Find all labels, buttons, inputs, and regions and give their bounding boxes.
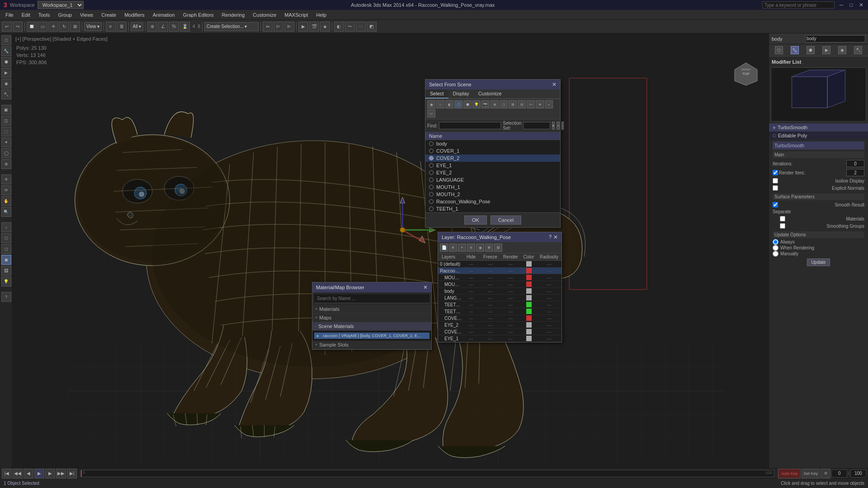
lt-obj-paint[interactable]: ⬦ bbox=[1, 222, 11, 232]
ac-key-filter[interactable]: ⚙ bbox=[821, 469, 830, 479]
menu-views[interactable]: Views bbox=[76, 11, 97, 19]
lt-zoom[interactable]: 🔍 bbox=[1, 207, 11, 217]
lm-tb-new[interactable]: 📄 bbox=[440, 244, 448, 252]
mb-maps-section[interactable]: + Maps bbox=[312, 314, 431, 322]
menu-rendering[interactable]: Rendering bbox=[218, 11, 249, 19]
ts-update-section[interactable]: Update Options bbox=[773, 231, 864, 238]
tc-end[interactable]: ▶| bbox=[67, 469, 77, 479]
ts-main-section[interactable]: Main bbox=[773, 151, 864, 158]
lm-row-teeth1[interactable]: TEETH_1 — — — — bbox=[438, 308, 561, 315]
lt-create[interactable]: ⬡ bbox=[1, 35, 11, 45]
tb-undo[interactable]: ↩ bbox=[2, 22, 12, 32]
tb-spinner[interactable]: ⌛ bbox=[180, 22, 190, 32]
sfs-selset-btn[interactable]: ▾ bbox=[552, 122, 555, 130]
ts-when-rendering-radio[interactable] bbox=[773, 245, 778, 251]
tb-ref-coord[interactable]: View ▾ bbox=[84, 22, 102, 31]
sfs-item-cover1[interactable]: COVER_1 bbox=[425, 147, 560, 155]
rp-motion-btn[interactable]: ▶ bbox=[822, 46, 830, 54]
lm-row-teeth2[interactable]: TEETH_2 — — — — bbox=[438, 301, 561, 308]
sfs-ok-btn[interactable]: OK bbox=[464, 216, 487, 225]
sfs-item-teeth1[interactable]: TEETH_1 bbox=[425, 205, 560, 212]
tb-align[interactable]: ⊨ bbox=[274, 22, 283, 32]
menu-modifiers[interactable]: Modifiers bbox=[121, 11, 148, 19]
sfs-tb-bone[interactable]: ⊞ bbox=[509, 100, 517, 108]
menu-maxscript[interactable]: MAXScript bbox=[281, 11, 311, 19]
tb-curve[interactable]: 〜 bbox=[345, 22, 355, 32]
sfs-item-eye2[interactable]: EYE_2 bbox=[425, 169, 560, 176]
lt-hierarchy[interactable]: ⬣ bbox=[1, 57, 11, 67]
lt-textured[interactable]: 🖼 bbox=[1, 266, 11, 276]
ts-manually-radio[interactable] bbox=[773, 251, 778, 257]
lm-row-eye2[interactable]: EYE_2 — — — — bbox=[438, 322, 561, 328]
rp-modify-btn[interactable]: 🔧 bbox=[791, 46, 799, 54]
sfs-selset-input[interactable] bbox=[523, 122, 550, 129]
sfs-item-mouth2[interactable]: MOUTH_2 bbox=[425, 191, 560, 198]
modifier-editpoly[interactable]: ⬡ Editable Poly bbox=[769, 131, 868, 140]
lt-sel3[interactable]: ⬚ bbox=[1, 127, 11, 136]
frame-input[interactable] bbox=[831, 469, 847, 478]
sfs-tb-geo[interactable]: ⬡ bbox=[454, 100, 462, 108]
sfs-find-input[interactable] bbox=[439, 122, 501, 129]
tc-prev-key[interactable]: ◀◀ bbox=[13, 469, 23, 479]
menu-graph-editors[interactable]: Graph Editors bbox=[179, 11, 217, 19]
lt-motion[interactable]: ▶ bbox=[1, 68, 11, 78]
viewport-cube[interactable]: TOP FRONT bbox=[732, 61, 760, 88]
menu-customize[interactable]: Customize bbox=[249, 11, 280, 19]
ts-render-iters-input[interactable] bbox=[846, 169, 864, 176]
sfs-tb-point[interactable]: • bbox=[545, 100, 553, 108]
lt-sel6[interactable]: ⊕ bbox=[1, 159, 11, 169]
tb-render[interactable]: 🎬 bbox=[309, 22, 319, 32]
time-slider[interactable]: 0 100 bbox=[80, 470, 774, 477]
rp-name-input[interactable] bbox=[805, 35, 865, 42]
ac-set-key[interactable]: Set Key bbox=[802, 469, 820, 479]
tb-rotate[interactable]: ↻ bbox=[59, 22, 69, 32]
lm-row-eye1[interactable]: EYE_1 — — — — bbox=[438, 335, 561, 342]
menu-help[interactable]: Help bbox=[312, 11, 330, 19]
sfs-tab-customize[interactable]: Customize bbox=[474, 89, 506, 99]
lt-sel2[interactable]: ◫ bbox=[1, 116, 11, 126]
sfs-tb-nurbs[interactable]: 〜 bbox=[527, 100, 535, 108]
total-frames-input[interactable] bbox=[850, 469, 866, 478]
sfs-tb-none[interactable]: ○ bbox=[436, 100, 444, 108]
sfs-list[interactable]: body COVER_1 COVER_2 EYE_1 EYE_2 LANGUAG… bbox=[425, 140, 560, 212]
tc-play[interactable]: ▶ bbox=[34, 469, 44, 479]
ts-surface-section[interactable]: Surface Parameters bbox=[773, 193, 864, 200]
menu-tools[interactable]: Tools bbox=[35, 11, 54, 19]
tb-material[interactable]: ◐ bbox=[334, 22, 344, 32]
sfs-item-raccoon[interactable]: Raccoon_Walking_Pose bbox=[425, 198, 560, 205]
mb-close-btn[interactable]: ✕ bbox=[423, 284, 428, 291]
lm-row-language[interactable]: LANGUAGE — — — — bbox=[438, 295, 561, 301]
tc-next-key[interactable]: ▶▶ bbox=[56, 469, 66, 479]
sfs-title-bar[interactable]: Select From Scene ✕ bbox=[425, 80, 560, 89]
mb-materials-section[interactable]: + Materials bbox=[312, 305, 431, 314]
lt-sel4[interactable]: ✦ bbox=[1, 137, 11, 147]
sfs-tb-light[interactable]: 💡 bbox=[472, 100, 481, 108]
mb-scene-section[interactable]: - Scene Materials bbox=[312, 322, 431, 331]
lm-title-bar[interactable]: Layer: Raccoon_Walking_Pose ? ✕ bbox=[438, 232, 561, 242]
tb-color-clip[interactable]: ◩ bbox=[367, 22, 377, 32]
tb-scale[interactable]: ⊠ bbox=[70, 22, 80, 32]
lt-sel1[interactable]: ▣ bbox=[1, 105, 11, 115]
lm-tb-highlight[interactable]: ◈ bbox=[476, 244, 484, 252]
sfs-item-cover2[interactable]: COVER_2 bbox=[425, 155, 560, 162]
maximize-btn[interactable]: □ bbox=[848, 2, 854, 8]
sfs-tb-shape[interactable]: ⬣ bbox=[463, 100, 472, 108]
lm-help-btn[interactable]: ? bbox=[549, 234, 552, 240]
tb-play[interactable]: ▶ bbox=[298, 22, 308, 32]
tb-select-obj[interactable]: 🔲 bbox=[27, 22, 37, 32]
lm-row-default[interactable]: 0 (default) — — — — bbox=[438, 261, 561, 267]
tb-layer-mgr[interactable]: ≡ bbox=[106, 22, 116, 32]
lt-sel5[interactable]: ◯ bbox=[1, 148, 11, 158]
workspace-dropdown[interactable]: Workspace_1 bbox=[38, 1, 84, 9]
tb-ribbon[interactable]: ≣ bbox=[117, 22, 127, 32]
menu-group[interactable]: Group bbox=[54, 11, 75, 19]
ts-smoothgroups-check[interactable] bbox=[780, 223, 785, 229]
mb-sample-section[interactable]: + Sample Slots bbox=[312, 341, 431, 349]
rp-hierarchy-btn[interactable]: ⬣ bbox=[807, 46, 815, 54]
sfs-item-body[interactable]: body bbox=[425, 140, 560, 147]
sfs-item-eye1[interactable]: EYE_1 bbox=[425, 162, 560, 169]
ts-iterations-input[interactable] bbox=[846, 160, 864, 167]
lm-row-mouth1[interactable]: MOUTH_1 — — — — bbox=[438, 281, 561, 288]
lt-lights[interactable]: 💡 bbox=[1, 277, 11, 286]
lm-tb-delete[interactable]: ✕ bbox=[449, 244, 457, 252]
